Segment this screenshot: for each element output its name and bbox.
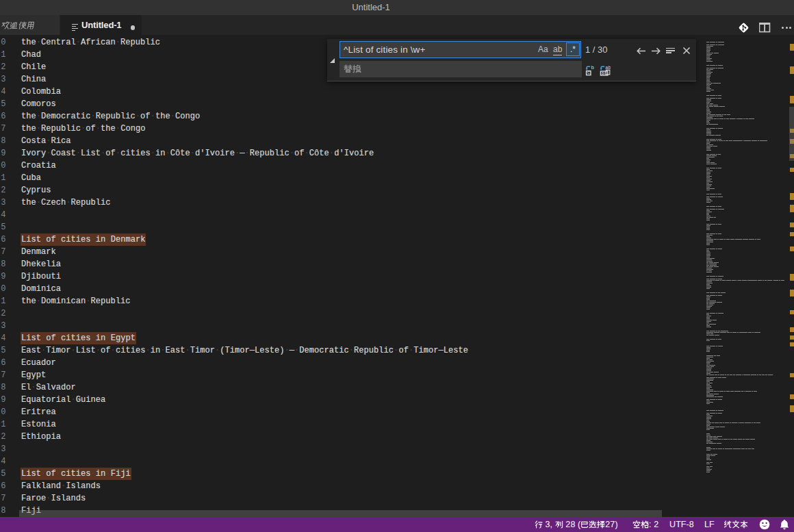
svg-text:b: b xyxy=(591,65,595,71)
svg-text:ac: ac xyxy=(602,71,607,76)
svg-text:c: c xyxy=(587,71,590,75)
